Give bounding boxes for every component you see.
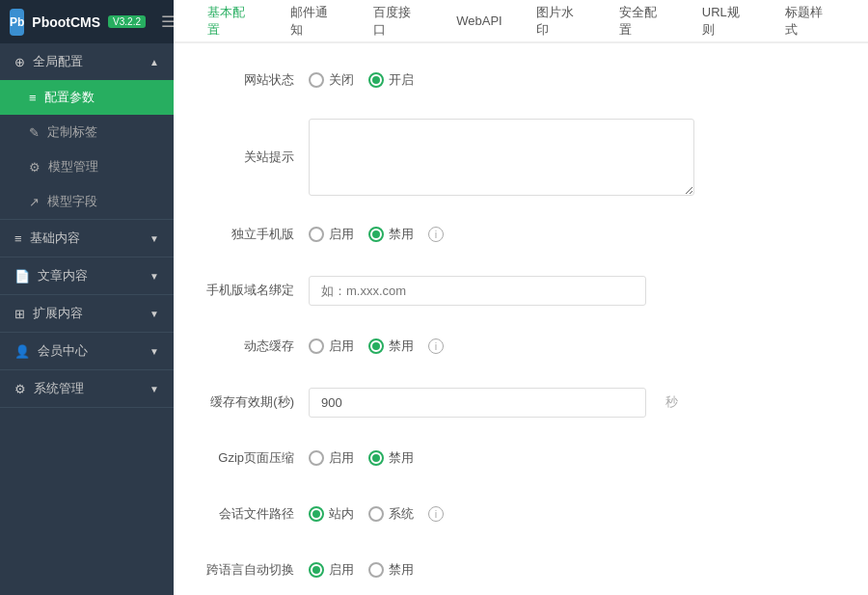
config-params-icon: ≡ xyxy=(29,91,37,105)
article-content-arrow: ▼ xyxy=(149,271,159,282)
label-cache-expire: 缓存有效期(秒) xyxy=(203,393,309,411)
form-row-mobile-domain: 手机版域名绑定 xyxy=(203,273,839,308)
app-version: V3.2.2 xyxy=(108,15,146,28)
sidebar-header: Pb PbootCMS V3.2.2 ☰ xyxy=(0,0,174,43)
model-manage-label: 模型管理 xyxy=(48,158,98,176)
tab-title-style[interactable]: 标题样式 xyxy=(771,0,849,50)
sidebar-item-model-manage[interactable]: ⚙ 模型管理 xyxy=(0,149,174,184)
member-center-icon: 👤 xyxy=(14,344,30,359)
control-mobile-domain xyxy=(309,276,839,306)
extend-content-label: 扩展内容 xyxy=(33,305,83,322)
control-cache-expire: 秒 xyxy=(309,388,839,418)
radio-label-cross-lang-disable: 禁用 xyxy=(389,561,414,579)
radio-group-mobile-version: 启用 禁用 xyxy=(309,226,414,243)
tab-security-config[interactable]: 安全配置 xyxy=(605,0,683,50)
label-gzip-compress: Gzip页面压缩 xyxy=(203,449,309,467)
extend-content-arrow: ▼ xyxy=(149,309,159,319)
sidebar-section-system-manage-header[interactable]: ⚙ 系统管理 ▼ xyxy=(0,370,174,407)
cache-expire-suffix: 秒 xyxy=(665,393,678,411)
system-manage-label: 系统管理 xyxy=(34,380,84,397)
app-name: PbootCMS xyxy=(32,14,100,30)
tab-mail-notify[interactable]: 邮件通知 xyxy=(276,0,354,50)
member-center-label: 会员中心 xyxy=(38,342,88,360)
label-close-tip: 关站提示 xyxy=(203,149,309,166)
label-session-path: 会话文件路径 xyxy=(203,505,309,523)
sidebar: Pb PbootCMS V3.2.2 ☰ ⊕ 全局配置 ▲ ≡ 配置参数 ✎ 定… xyxy=(0,0,174,595)
global-config-arrow: ▲ xyxy=(149,57,159,68)
radio-cross-lang-enable[interactable]: 启用 xyxy=(309,561,354,579)
sidebar-item-custom-tags[interactable]: ✎ 定制标签 xyxy=(0,115,174,149)
radio-label-session-system: 系统 xyxy=(389,505,414,523)
sidebar-section-extend-content-header[interactable]: ⊞ 扩展内容 ▼ xyxy=(0,295,174,332)
radio-label-site-status-on: 开启 xyxy=(389,71,414,89)
radio-session-system[interactable]: 系统 xyxy=(368,505,414,523)
radio-gzip-disable[interactable]: 禁用 xyxy=(368,449,414,467)
label-site-status: 网站状态 xyxy=(203,71,309,89)
radio-group-site-status: 关闭 开启 xyxy=(309,71,414,89)
sidebar-section-article-content-header[interactable]: 📄 文章内容 ▼ xyxy=(0,257,174,294)
custom-tags-label: 定制标签 xyxy=(47,123,97,141)
model-manage-icon: ⚙ xyxy=(29,160,41,175)
radio-circle-cross-lang-disable xyxy=(368,562,384,578)
radio-label-mobile-version-enable: 启用 xyxy=(329,226,354,243)
form-row-dynamic-cache: 动态缓存 启用 禁用 i xyxy=(203,329,839,364)
sidebar-section-basic-content: ≡ 基础内容 ▼ xyxy=(0,220,174,257)
custom-tags-icon: ✎ xyxy=(29,125,40,140)
basic-content-arrow: ▼ xyxy=(149,233,159,244)
tab-basic-config[interactable]: 基本配置 xyxy=(193,0,271,50)
basic-content-label: 基础内容 xyxy=(30,230,80,247)
form-row-gzip-compress: Gzip页面压缩 启用 禁用 xyxy=(203,441,839,475)
label-dynamic-cache: 动态缓存 xyxy=(203,338,309,355)
sidebar-section-global-config: ⊕ 全局配置 ▲ ≡ 配置参数 ✎ 定制标签 ⚙ 模型管理 ↗ 模型字段 xyxy=(0,43,174,220)
tab-image-watermark[interactable]: 图片水印 xyxy=(522,0,600,50)
control-dynamic-cache: 启用 禁用 i xyxy=(309,338,839,355)
member-center-arrow: ▼ xyxy=(149,346,159,357)
radio-label-mobile-version-disable: 禁用 xyxy=(389,226,414,243)
radio-circle-mobile-version-enable xyxy=(309,227,324,242)
tab-baidu-api[interactable]: 百度接口 xyxy=(359,0,437,50)
sidebar-item-model-fields[interactable]: ↗ 模型字段 xyxy=(0,184,174,219)
tabs-bar: 基本配置 邮件通知 百度接口 WebAPI 图片水印 安全配置 URL规则 标题… xyxy=(174,0,868,43)
radio-circle-gzip-disable xyxy=(368,450,384,466)
radio-site-status-off[interactable]: 关闭 xyxy=(309,71,354,89)
info-icon-dynamic-cache[interactable]: i xyxy=(428,338,444,354)
label-cross-lang: 跨语言自动切换 xyxy=(203,561,309,579)
sidebar-section-member-center-header[interactable]: 👤 会员中心 ▼ xyxy=(0,333,174,369)
sidebar-item-config-params[interactable]: ≡ 配置参数 xyxy=(0,80,174,115)
label-mobile-version: 独立手机版 xyxy=(203,226,309,243)
model-fields-label: 模型字段 xyxy=(47,193,97,210)
radio-label-session-inside: 站内 xyxy=(329,505,354,523)
radio-group-gzip-compress: 启用 禁用 xyxy=(309,449,414,467)
radio-circle-session-system xyxy=(368,506,384,522)
radio-site-status-on[interactable]: 开启 xyxy=(368,71,414,89)
radio-gzip-enable[interactable]: 启用 xyxy=(309,449,354,467)
sidebar-section-basic-content-header[interactable]: ≡ 基础内容 ▼ xyxy=(0,220,174,257)
system-manage-arrow: ▼ xyxy=(149,384,159,394)
radio-label-cross-lang-enable: 启用 xyxy=(329,561,354,579)
main-content: 基本配置 邮件通知 百度接口 WebAPI 图片水印 安全配置 URL规则 标题… xyxy=(174,0,868,595)
form-row-site-status: 网站状态 关闭 开启 xyxy=(203,63,839,97)
control-gzip-compress: 启用 禁用 xyxy=(309,449,839,467)
info-icon-mobile-version[interactable]: i xyxy=(428,227,444,242)
global-config-label: 全局配置 xyxy=(33,53,83,70)
control-close-tip xyxy=(309,119,839,196)
input-mobile-domain[interactable] xyxy=(309,276,646,306)
radio-dynamic-cache-enable[interactable]: 启用 xyxy=(309,338,354,355)
textarea-close-tip[interactable] xyxy=(309,119,694,196)
tab-url-rules[interactable]: URL规则 xyxy=(688,0,766,50)
tab-webapi[interactable]: WebAPI xyxy=(442,4,516,40)
radio-label-site-status-off: 关闭 xyxy=(329,71,354,89)
input-cache-expire[interactable] xyxy=(309,388,646,418)
radio-dynamic-cache-disable[interactable]: 禁用 xyxy=(368,338,414,355)
model-fields-icon: ↗ xyxy=(29,195,40,209)
form-row-cache-expire: 缓存有效期(秒) 秒 xyxy=(203,385,839,419)
radio-session-inside[interactable]: 站内 xyxy=(309,505,354,523)
radio-mobile-version-disable[interactable]: 禁用 xyxy=(368,226,414,243)
radio-mobile-version-enable[interactable]: 启用 xyxy=(309,226,354,243)
radio-cross-lang-disable[interactable]: 禁用 xyxy=(368,561,414,579)
config-params-label: 配置参数 xyxy=(44,89,95,106)
menu-toggle-icon[interactable]: ☰ xyxy=(161,13,174,31)
sidebar-section-extend-content: ⊞ 扩展内容 ▼ xyxy=(0,295,174,333)
info-icon-session-path[interactable]: i xyxy=(428,506,444,522)
sidebar-section-global-config-header[interactable]: ⊕ 全局配置 ▲ xyxy=(0,43,174,80)
